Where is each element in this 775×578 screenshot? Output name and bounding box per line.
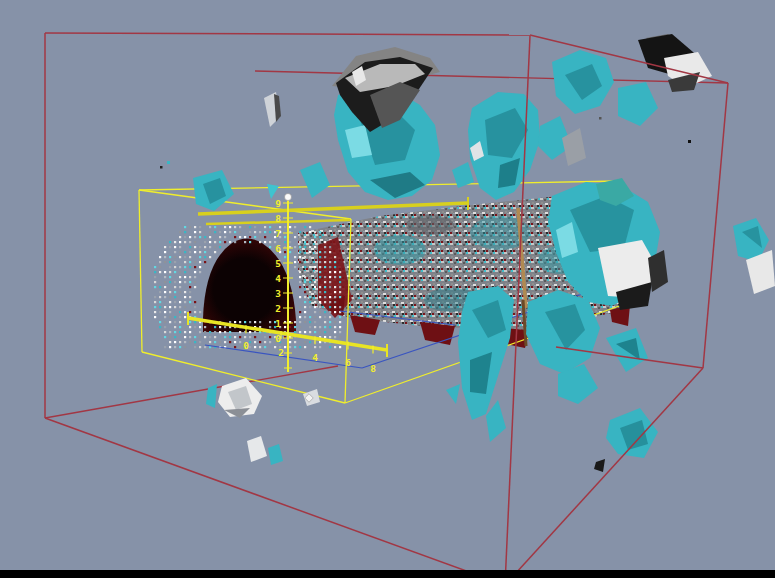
v-ruler-tick-label: 4 [275, 273, 281, 284]
h-ruler-tick-label: 0 [243, 340, 249, 351]
v-ruler-tick-label: 9 [275, 198, 281, 209]
h-ruler-tick-label: 4 [312, 352, 318, 363]
v-ruler-tick-label: 6 [275, 243, 281, 254]
h-ruler-tick-label: 2 [278, 347, 284, 358]
v-ruler-tick-label: 2 [275, 303, 281, 314]
letterbox-bar [0, 570, 775, 578]
probe-sphere-handle[interactable] [285, 194, 292, 201]
v-ruler-tick-label: 3 [275, 288, 281, 299]
v-ruler-tick-label: 0 [275, 333, 281, 344]
render-viewport[interactable]: 02468 9876543210 [0, 0, 775, 578]
v-ruler-tick-label: 8 [275, 213, 281, 224]
h-ruler-tick-label: 8 [370, 363, 376, 374]
v-ruler-tick-label: 7 [275, 228, 281, 239]
h-ruler-tick-label: 6 [345, 357, 351, 368]
v-ruler-tick-label: 5 [275, 258, 281, 269]
v-ruler-tick-label: 1 [275, 318, 281, 329]
scene-canvas: 02468 9876543210 [0, 0, 775, 578]
